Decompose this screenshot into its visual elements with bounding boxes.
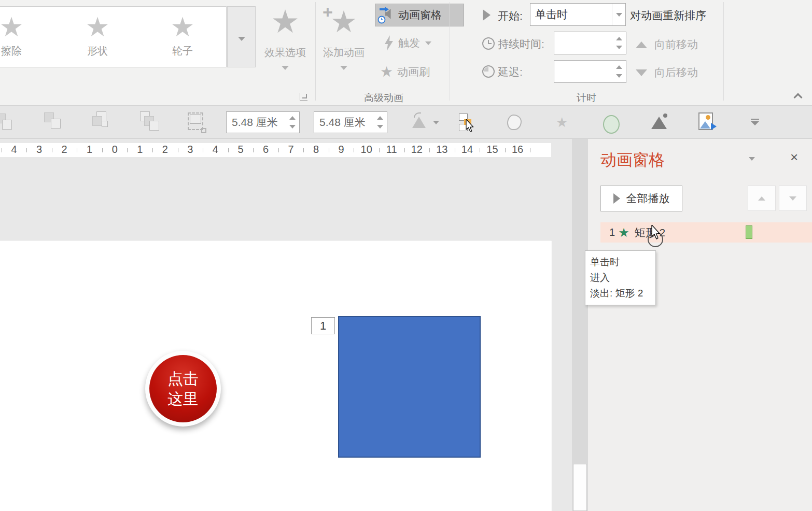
effect-options-button[interactable]: ★ 效果选项 — [257, 1, 314, 103]
ruler-number: 14 — [461, 144, 473, 155]
ruler-tick — [480, 148, 480, 152]
ruler-tick — [253, 148, 254, 152]
animation-gallery: ★ 擦除 ★ 形状 ★ 轮子 — [0, 6, 227, 67]
animation-tooltip: 单击时 进入 淡出: 矩形 2 — [585, 250, 656, 305]
chevron-down-icon — [238, 37, 245, 41]
ruler-tick — [203, 148, 203, 152]
gallery-item-shape[interactable]: ★ 形状 — [64, 11, 131, 58]
delay-clock-icon — [482, 65, 495, 78]
slide-editor-area: 4321012345678910111213141516 点击 这里 1 — [0, 139, 572, 511]
mouse-cursor-secondary — [466, 119, 476, 133]
ruler-tick — [52, 148, 52, 152]
ruler-tick — [77, 148, 77, 152]
spinner-arrows[interactable] — [612, 65, 626, 78]
ribbon-animations-tab: ★ 擦除 ★ 形状 ★ 轮子 ★ 效果选项 + ★ 添加动画 — [0, 0, 812, 106]
spin-down-icon — [616, 74, 622, 78]
shape-width-spinner[interactable]: 5.48 厘米 — [226, 111, 300, 133]
start-value: 单击时 — [535, 7, 612, 22]
star-icon: ★ — [149, 11, 216, 43]
ruler-number: 2 — [162, 144, 168, 155]
delay-label: 延迟: — [498, 65, 523, 79]
triangle-down-icon — [636, 69, 647, 76]
trigger-button[interactable]: 触发 — [385, 35, 431, 51]
gallery-item-wipe[interactable]: ★ 擦除 — [0, 11, 45, 58]
close-icon[interactable]: × — [790, 150, 798, 164]
pane-move-up-button[interactable] — [748, 186, 776, 211]
picture-icon[interactable] — [651, 117, 667, 129]
ruler-number: 13 — [436, 144, 447, 155]
timeline-bar[interactable] — [746, 225, 752, 239]
ruler-tick — [303, 148, 304, 152]
ruler-tick — [530, 148, 530, 152]
pane-options-dropdown-icon[interactable] — [749, 157, 755, 161]
star-icon: ★ — [0, 11, 45, 43]
reorder-animation-title: 对动画重新排序 — [630, 8, 706, 23]
chevron-down-icon — [433, 121, 439, 124]
dialog-launcher-icon[interactable] — [300, 93, 307, 101]
ruler-tick — [404, 148, 405, 152]
tooltip-line-effect: 淡出: 矩形 2 — [590, 286, 651, 301]
ruler-number: 9 — [339, 144, 344, 155]
pane-move-down-button[interactable] — [779, 186, 807, 211]
ruler-tick — [127, 148, 128, 152]
merge-shape-icon[interactable] — [507, 115, 522, 130]
animation-pane: 动画窗格 × 全部播放 1 ★ 矩形 2 — [588, 139, 812, 511]
ruler-tick — [379, 148, 380, 152]
duration-spinner[interactable] — [554, 32, 626, 54]
tooltip-line-type: 进入 — [590, 270, 651, 286]
group-label-timing: 计时 — [529, 91, 643, 105]
star-icon: ★ — [64, 11, 131, 43]
slide-canvas[interactable]: 点击 这里 1 — [0, 240, 552, 511]
start-label: 开始: — [498, 9, 523, 23]
gallery-scroll-button[interactable] — [227, 6, 256, 67]
toolbar-overflow-icon[interactable] — [751, 119, 759, 125]
animation-star-icon[interactable]: ★ — [556, 115, 568, 131]
red-button-text-line2: 这里 — [167, 389, 199, 409]
ruler-number: 2 — [62, 144, 67, 155]
group-divider — [450, 2, 450, 101]
spinner-arrows[interactable] — [612, 37, 626, 49]
ruler-number: 1 — [137, 144, 143, 155]
start-combobox[interactable]: 单击时 — [530, 3, 626, 26]
play-icon — [613, 193, 620, 204]
spinner-arrows[interactable] — [373, 116, 387, 129]
spin-up-icon — [616, 37, 622, 40]
collapse-ribbon-icon[interactable] — [794, 93, 803, 102]
ruler-tick — [329, 148, 329, 152]
combo-dropdown[interactable] — [612, 4, 625, 25]
crop-picture-icon[interactable] — [188, 112, 203, 130]
animation-pane-toggle-button[interactable]: 动画窗格 — [375, 4, 464, 26]
spinner-arrows[interactable] — [286, 116, 299, 129]
quick-toolbar: 5.48 厘米 5.48 厘米 ★ — [0, 106, 812, 139]
horizontal-ruler: 4321012345678910111213141516 — [0, 143, 551, 157]
ruler-number: 3 — [36, 144, 42, 155]
ruler-number: 11 — [386, 144, 397, 155]
tooltip-line-start: 单击时 — [590, 254, 651, 270]
duration-clock-icon — [482, 37, 495, 50]
delay-spinner[interactable] — [554, 60, 626, 83]
spin-up-icon — [616, 65, 622, 69]
animation-list-item[interactable]: 1 ★ 矩形 2 — [600, 222, 812, 243]
animation-painter-button[interactable]: ★ 动画刷 — [380, 63, 430, 80]
red-click-button-shape[interactable]: 点击 这里 — [145, 351, 221, 427]
add-animation-button[interactable]: + ★ 添加动画 — [315, 1, 372, 103]
ruler-tick — [278, 148, 279, 152]
ruler-tick — [152, 148, 153, 152]
vertical-scrollbar[interactable] — [572, 139, 588, 511]
oval-shape-icon[interactable] — [603, 115, 620, 134]
duration-label: 持续时间: — [498, 37, 544, 51]
scrollbar-thumb[interactable] — [573, 464, 587, 511]
shape-height-spinner[interactable]: 5.48 厘米 — [314, 111, 387, 133]
plus-icon: + — [323, 2, 333, 22]
gallery-item-wheel[interactable]: ★ 轮子 — [149, 11, 216, 58]
move-later-button[interactable]: 向后移动 — [636, 65, 698, 80]
blue-rectangle-shape[interactable] — [338, 316, 481, 458]
red-button-text-line1: 点击 — [167, 368, 199, 389]
change-picture-icon[interactable] — [698, 112, 713, 130]
play-all-button[interactable]: 全部播放 — [600, 186, 682, 211]
ruler-tick — [505, 148, 506, 152]
move-earlier-button[interactable]: 向前移动 — [636, 37, 698, 52]
ruler-number: 16 — [512, 144, 523, 155]
ruler-number: 4 — [11, 144, 17, 155]
chevron-down-icon — [282, 66, 289, 70]
